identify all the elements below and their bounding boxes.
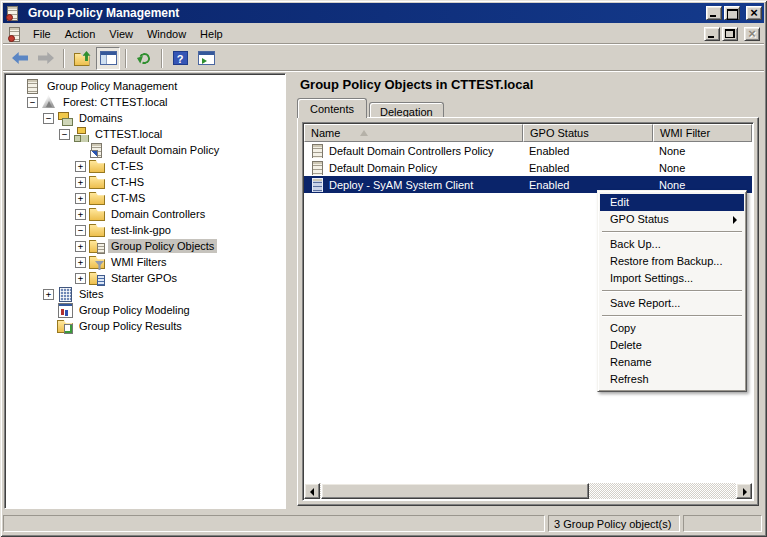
expander-ct-hs[interactable]: + xyxy=(75,177,86,188)
title-bar[interactable]: Group Policy Management xyxy=(3,3,764,23)
child-minimize-button[interactable] xyxy=(704,27,720,41)
sites-icon xyxy=(57,287,73,301)
forward-icon xyxy=(38,52,54,64)
window-controls xyxy=(706,6,762,20)
console-icon xyxy=(7,27,23,41)
gpo-link-icon xyxy=(89,143,105,157)
scroll-right-button[interactable] xyxy=(736,483,752,499)
column-header-wmi-filter[interactable]: WMI Filter xyxy=(653,124,752,142)
menu-file[interactable]: File xyxy=(26,25,58,43)
tree-item-starter-gpos[interactable]: +Starter GPOs xyxy=(7,270,285,286)
context-menu-item-gpo-status[interactable]: GPO Status xyxy=(600,211,744,228)
context-menu-label: Refresh xyxy=(610,373,649,385)
menu-view[interactable]: View xyxy=(102,25,140,43)
tree-item-label: Forest: CTTEST.local xyxy=(60,95,171,109)
context-menu-label: Rename xyxy=(610,356,652,368)
context-menu-item-refresh[interactable]: Refresh xyxy=(600,371,744,388)
show-action-pane-button[interactable] xyxy=(194,47,218,70)
expander-domain-controllers[interactable]: + xyxy=(75,209,86,220)
tree-item-label: Default Domain Policy xyxy=(108,143,222,157)
maximize-button[interactable] xyxy=(724,6,740,20)
context-menu-label: Delete xyxy=(610,339,642,351)
gpo-status-cell: Enabled xyxy=(523,162,653,174)
context-menu-item-back-up[interactable]: Back Up... xyxy=(600,236,744,253)
tree-item-ct-ms[interactable]: +CT-MS xyxy=(7,190,285,206)
up-one-level-button[interactable] xyxy=(70,47,94,70)
menu-bar: FileActionViewWindowHelp xyxy=(3,23,764,45)
tree-item-ct-hs[interactable]: +CT-HS xyxy=(7,174,285,190)
refresh-button[interactable] xyxy=(132,47,156,70)
column-header-name[interactable]: Name xyxy=(304,124,523,142)
tree-item-sites[interactable]: +Sites xyxy=(7,286,285,302)
tree-item-group-policy-management[interactable]: Group Policy Management xyxy=(7,78,285,94)
scrollbar-thumb[interactable] xyxy=(321,483,589,499)
toolbar xyxy=(3,45,764,72)
tree-item-group-policy-objects[interactable]: +Group Policy Objects xyxy=(7,238,285,254)
context-menu-item-save-report[interactable]: Save Report... xyxy=(600,295,744,312)
context-menu-item-delete[interactable]: Delete xyxy=(600,337,744,354)
ou-icon xyxy=(89,159,105,173)
expander-test-link-gpo[interactable]: − xyxy=(75,225,86,236)
tree-item-cttest-local[interactable]: −CTTEST.local xyxy=(7,126,285,142)
tree-item-default-domain-policy[interactable]: Default Domain Policy xyxy=(7,142,285,158)
expander-starter-gpos[interactable]: + xyxy=(75,273,86,284)
tree-item-label: Group Policy Modeling xyxy=(76,303,193,317)
tree-item-forest-cttest-local[interactable]: −Forest: CTTEST.local xyxy=(7,94,285,110)
expander-domains[interactable]: − xyxy=(43,113,54,124)
expander-ct-ms[interactable]: + xyxy=(75,193,86,204)
expander-wmi-filters[interactable]: + xyxy=(75,257,86,268)
expander-cttest-local[interactable]: − xyxy=(59,129,70,140)
menu-separator xyxy=(602,315,742,317)
horizontal-scrollbar[interactable] xyxy=(304,483,752,499)
window-title: Group Policy Management xyxy=(28,6,706,20)
back-icon xyxy=(12,52,28,64)
table-row[interactable]: Default Domain PolicyEnabledNone xyxy=(304,159,752,176)
scroll-left-button[interactable] xyxy=(304,483,320,499)
context-menu-item-copy[interactable]: Copy xyxy=(600,320,744,337)
tree-item-group-policy-results[interactable]: Group Policy Results xyxy=(7,318,285,334)
context-menu-item-import-settings[interactable]: Import Settings... xyxy=(600,270,744,287)
column-header-gpo-status[interactable]: GPO Status xyxy=(523,124,653,142)
help-button[interactable] xyxy=(168,47,192,70)
results-icon xyxy=(57,319,73,333)
child-close-button xyxy=(744,27,760,41)
context-menu-item-restore-from-backup[interactable]: Restore from Backup... xyxy=(600,253,744,270)
tree-item-test-link-gpo[interactable]: −test-link-gpo xyxy=(7,222,285,238)
context-menu-item-rename[interactable]: Rename xyxy=(600,354,744,371)
forest-icon xyxy=(41,95,57,109)
close-button[interactable] xyxy=(746,6,762,20)
child-restore-button[interactable] xyxy=(722,27,738,41)
context-menu-item-edit[interactable]: Edit xyxy=(600,194,744,211)
wmi-filters-icon xyxy=(89,255,105,269)
forward-button[interactable] xyxy=(34,47,58,70)
column-header-label: WMI Filter xyxy=(660,127,710,139)
tree-item-wmi-filters[interactable]: +WMI Filters xyxy=(7,254,285,270)
tree-item-label: CT-HS xyxy=(108,175,147,189)
tree-item-domains[interactable]: −Domains xyxy=(7,110,285,126)
gpo-name: Deploy - SyAM System Client xyxy=(329,179,473,191)
tree-item-label: CT-MS xyxy=(108,191,148,205)
show-console-tree-button[interactable] xyxy=(96,47,120,70)
expander-sites[interactable]: + xyxy=(43,289,54,300)
back-button[interactable] xyxy=(8,47,32,70)
menu-help[interactable]: Help xyxy=(193,25,230,43)
tree-item-ct-es[interactable]: +CT-ES xyxy=(7,158,285,174)
expander-group-policy-objects[interactable]: + xyxy=(75,241,86,252)
menu-window[interactable]: Window xyxy=(140,25,193,43)
table-row[interactable]: Default Domain Controllers PolicyEnabled… xyxy=(304,142,752,159)
toolbar-separator xyxy=(125,49,127,68)
menu-action[interactable]: Action xyxy=(58,25,103,43)
minimize-button[interactable] xyxy=(706,6,722,20)
toolbar-separator xyxy=(63,49,65,68)
gpo-icon xyxy=(310,144,326,158)
tree-item-label: Group Policy Results xyxy=(76,319,185,333)
ou-icon xyxy=(89,191,105,205)
context-menu-label: Import Settings... xyxy=(610,272,693,284)
expander-ct-es[interactable]: + xyxy=(75,161,86,172)
tab-contents[interactable]: Contents xyxy=(297,98,367,118)
wmi-filter-cell: None xyxy=(653,179,752,191)
tree-item-domain-controllers[interactable]: +Domain Controllers xyxy=(7,206,285,222)
help-icon xyxy=(173,51,188,65)
tree-item-group-policy-modeling[interactable]: Group Policy Modeling xyxy=(7,302,285,318)
expander-forest-cttest-local[interactable]: − xyxy=(27,97,38,108)
